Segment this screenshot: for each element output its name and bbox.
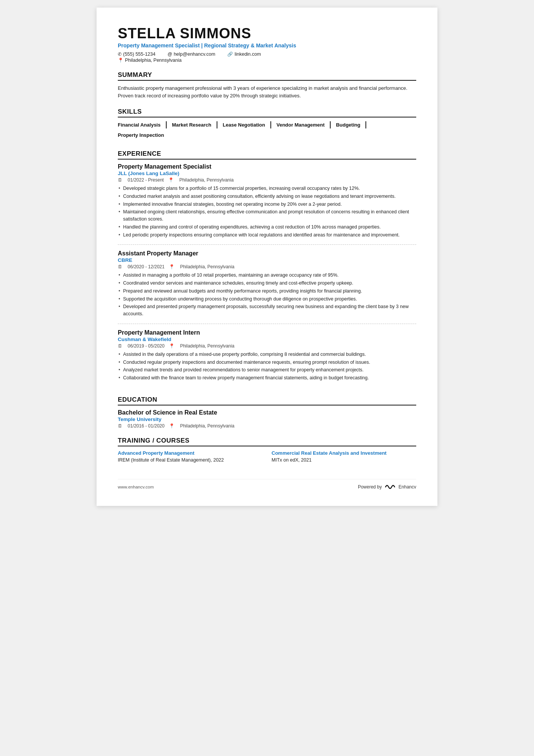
location-icon: 📍 [168, 177, 174, 183]
powered-by-text: Powered by [358, 484, 382, 490]
company-name: JLL (Jones Lang LaSalle) [118, 171, 416, 176]
location-value: Philadelphia, Pennsylvania [125, 58, 181, 63]
calendar-icon: 🗓 [118, 264, 122, 269]
training-list: Advanced Property ManagementIREM (Instit… [118, 450, 416, 464]
location-icon: 📍 [169, 343, 175, 349]
skill-item: Market Research [172, 121, 217, 128]
list-item: Developed and presented property managem… [118, 303, 416, 318]
location-icon: 📍 [169, 264, 175, 269]
list-item: Maintained ongoing client relationships,… [118, 208, 416, 223]
email-value: help@enhancv.com [174, 52, 215, 57]
company-name: CBRE [118, 257, 416, 263]
skills-list: Financial AnalysisMarket ResearchLease N… [118, 121, 416, 142]
education-title: EDUCATION [118, 396, 416, 405]
list-item: Conducted regular property inspections a… [118, 359, 416, 366]
skill-item: Property Inspection [118, 131, 169, 139]
job-date: 01/2022 - Present [128, 177, 164, 183]
footer-website: www.enhancv.com [118, 485, 154, 489]
company-name: Cushman & Wakefield [118, 337, 416, 342]
job-date: 06/2020 - 12/2021 [128, 264, 164, 269]
summary-section: SUMMARY Enthusiastic property management… [118, 71, 416, 100]
date-location: 🗓01/2022 - Present📍Philadelphia, Pennsyl… [118, 177, 416, 183]
education-section: EDUCATION Bachelor of Science in Real Es… [118, 396, 416, 429]
education-entry: Bachelor of Science in Real EstateTemple… [118, 409, 416, 429]
summary-title: SUMMARY [118, 71, 416, 81]
experience-section: EXPERIENCE Property Management Specialis… [118, 150, 416, 388]
summary-text: Enthusiastic property management profess… [118, 85, 416, 100]
contact-row: ✆ (555) 555-1234 @ help@enhancv.com 🔗 li… [118, 52, 416, 57]
experience-entry: Property Management InternCushman & Wake… [118, 329, 416, 388]
edu-date-location: 🗓01/2016 - 01/2020📍Philadelphia, Pennsyl… [118, 423, 416, 429]
list-item: Assisted in the daily operations of a mi… [118, 351, 416, 358]
enhancv-logo-icon [384, 483, 396, 491]
training-title: Advanced Property Management [118, 450, 262, 456]
linkedin-contact: 🔗 linkedin.com [227, 52, 261, 57]
date-location: 🗓06/2019 - 05/2020📍Philadelphia, Pennsyl… [118, 343, 416, 349]
job-location: Philadelphia, Pennsylvania [180, 343, 234, 349]
list-item: Analyzed market trends and provided reco… [118, 366, 416, 374]
location-icon: 📍 [118, 58, 123, 63]
date-location: 🗓06/2020 - 12/2021📍Philadelphia, Pennsyl… [118, 264, 416, 269]
education-list: Bachelor of Science in Real EstateTemple… [118, 409, 416, 429]
phone-contact: ✆ (555) 555-1234 [118, 52, 155, 57]
skill-item: Budgeting [336, 121, 366, 128]
bullet-list: Assisted in the daily operations of a mi… [118, 351, 416, 382]
calendar-icon: 🗓 [118, 177, 122, 183]
job-title: Assistant Property Manager [118, 250, 416, 257]
job-location: Philadelphia, Pennsylvania [179, 177, 233, 183]
job-title: Property Management Specialist [118, 163, 416, 170]
skill-item: Financial Analysis [118, 121, 167, 128]
training-title: Commercial Real Estate Analysis and Inve… [272, 450, 416, 456]
candidate-title: Property Management Specialist | Regiona… [118, 42, 416, 49]
calendar-icon: 🗓 [118, 423, 122, 429]
list-item: Supported the acquisition underwriting p… [118, 296, 416, 303]
bullet-list: Developed strategic plans for a portfoli… [118, 185, 416, 238]
calendar-icon: 🗓 [118, 343, 122, 349]
list-item: Collaborated with the finance team to re… [118, 374, 416, 382]
skills-section: SKILLS Financial AnalysisMarket Research… [118, 108, 416, 142]
list-item: Assisted in managing a portfolio of 10 r… [118, 272, 416, 279]
skill-item: Lease Negotiation [223, 121, 271, 128]
enhancv-logo: Powered by Enhancv [358, 483, 416, 491]
location-contact: 📍 Philadelphia, Pennsylvania [118, 58, 181, 63]
email-icon: @ [167, 52, 172, 57]
edu-location: Philadelphia, Pennsylvania [180, 423, 234, 429]
experience-title: EXPERIENCE [118, 150, 416, 160]
training-title: TRAINING / COURSES [118, 437, 416, 446]
header: STELLA SIMMONS Property Management Speci… [118, 26, 416, 63]
experience-entry: Assistant Property ManagerCBRE🗓06/2020 -… [118, 250, 416, 324]
location-row: 📍 Philadelphia, Pennsylvania [118, 58, 416, 63]
experience-list: Property Management SpecialistJLL (Jones… [118, 163, 416, 388]
training-section: TRAINING / COURSES Advanced Property Man… [118, 437, 416, 464]
brand-name: Enhancv [398, 484, 416, 490]
resume-page: STELLA SIMMONS Property Management Speci… [97, 8, 437, 506]
job-date: 06/2019 - 05/2020 [128, 343, 164, 349]
training-item: Advanced Property ManagementIREM (Instit… [118, 450, 262, 464]
job-title: Property Management Intern [118, 329, 416, 336]
phone-value: (555) 555-1234 [123, 52, 155, 57]
email-contact: @ help@enhancv.com [167, 52, 215, 57]
linkedin-value: linkedin.com [234, 52, 261, 57]
list-item: Handled the planning and control of oper… [118, 224, 416, 231]
phone-icon: ✆ [118, 52, 122, 57]
footer: www.enhancv.com Powered by Enhancv [118, 479, 416, 491]
list-item: Coordinated vendor services and maintena… [118, 280, 416, 287]
list-item: Developed strategic plans for a portfoli… [118, 185, 416, 192]
list-item: Led periodic property inspections ensuri… [118, 232, 416, 239]
edu-degree: Bachelor of Science in Real Estate [118, 409, 416, 416]
list-item: Conducted market analysis and asset posi… [118, 193, 416, 200]
edu-school: Temple University [118, 416, 416, 422]
job-location: Philadelphia, Pennsylvania [180, 264, 234, 269]
edu-date: 01/2016 - 01/2020 [128, 423, 164, 429]
list-item: Prepared and reviewed annual budgets and… [118, 288, 416, 295]
linkedin-icon: 🔗 [227, 52, 233, 57]
training-detail: IREM (Institute of Real Estate Managemen… [118, 457, 262, 464]
skills-title: SKILLS [118, 108, 416, 117]
training-detail: MITx on edX, 2021 [272, 457, 416, 464]
experience-entry: Property Management SpecialistJLL (Jones… [118, 163, 416, 245]
candidate-name: STELLA SIMMONS [118, 26, 416, 42]
skill-item: Vendor Management [276, 121, 331, 128]
list-item: Implemented innovative financial strateg… [118, 201, 416, 208]
location-icon: 📍 [169, 423, 175, 429]
bullet-list: Assisted in managing a portfolio of 10 r… [118, 272, 416, 318]
